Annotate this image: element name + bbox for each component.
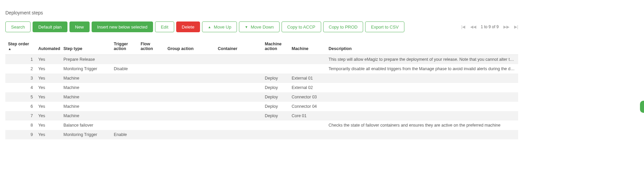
- page-next-icon[interactable]: ▶▶: [503, 25, 509, 29]
- table-row[interactable]: 6YesMachineDeployConnector 04: [5, 102, 518, 111]
- cell-description: [326, 83, 518, 92]
- table-row[interactable]: 9YesMonitoring TriggerEnable: [5, 130, 518, 139]
- cell-trigger_action: [111, 74, 138, 83]
- cell-machine: [289, 130, 326, 139]
- table-row[interactable]: 4YesMachineDeployExternal 02: [5, 83, 518, 92]
- cell-step_order: 2: [5, 64, 36, 74]
- col-machine-action[interactable]: Machine action: [262, 39, 289, 55]
- move-up-label: Move Up: [214, 25, 231, 30]
- cell-automated: Yes: [36, 83, 61, 92]
- cell-machine_action: [262, 130, 289, 139]
- cell-group_action: [165, 121, 215, 130]
- col-group-action[interactable]: Group action: [165, 39, 215, 55]
- cell-flow_action: [138, 102, 165, 111]
- table-row[interactable]: 7YesMachineDeployCore 01: [5, 111, 518, 121]
- col-automated[interactable]: Automated: [36, 39, 61, 55]
- delete-button[interactable]: Delete: [176, 21, 200, 32]
- pager: |◀ ◀◀ 1 to 9 of 9 ▶▶ ▶|: [461, 25, 518, 29]
- new-button[interactable]: New: [69, 21, 90, 32]
- col-container[interactable]: Container: [215, 39, 262, 55]
- cell-machine_action: Deploy: [262, 102, 289, 111]
- cell-flow_action: [138, 83, 165, 92]
- cell-automated: Yes: [36, 74, 61, 83]
- page-last-icon[interactable]: ▶|: [514, 25, 518, 29]
- table-row[interactable]: 8YesBalance failoverChecks the state of …: [5, 121, 518, 130]
- move-down-button[interactable]: ▼ Move Down: [239, 21, 280, 32]
- cell-step_type: Machine: [61, 92, 111, 102]
- cell-trigger_action: [111, 102, 138, 111]
- cell-flow_action: [138, 111, 165, 121]
- cell-machine: Connector 03: [289, 92, 326, 102]
- cell-machine_action: [262, 121, 289, 130]
- move-down-label: Move Down: [251, 25, 274, 30]
- cell-flow_action: [138, 130, 165, 139]
- cell-step_type: Prepare Release: [61, 55, 111, 64]
- cell-container: [215, 121, 262, 130]
- cell-group_action: [165, 83, 215, 92]
- col-machine[interactable]: Machine: [289, 39, 326, 55]
- cell-group_action: [165, 130, 215, 139]
- cell-description: [326, 74, 518, 83]
- col-step-order[interactable]: Step order: [5, 39, 36, 55]
- cell-description: [326, 111, 518, 121]
- edit-button[interactable]: Edit: [155, 21, 174, 32]
- col-flow-action[interactable]: Flow action: [138, 39, 165, 55]
- cell-group_action: [165, 111, 215, 121]
- table-row[interactable]: 5YesMachineDeployConnector 03: [5, 92, 518, 102]
- side-handle-icon[interactable]: [640, 101, 644, 113]
- col-step-type[interactable]: Step type: [61, 39, 111, 55]
- cell-trigger_action: [111, 121, 138, 130]
- copy-accp-button[interactable]: Copy to ACCP: [282, 21, 321, 32]
- cell-description: This step will allow eMagiz to prepare t…: [326, 55, 518, 64]
- search-button[interactable]: Search: [5, 21, 31, 32]
- move-up-button[interactable]: ▲ Move Up: [202, 21, 237, 32]
- cell-machine: [289, 55, 326, 64]
- cell-flow_action: [138, 92, 165, 102]
- cell-step_type: Balance failover: [61, 121, 111, 130]
- cell-step_type: Monitoring Trigger: [61, 64, 111, 74]
- cell-trigger_action: Enable: [111, 130, 138, 139]
- cell-step_order: 3: [5, 74, 36, 83]
- cell-automated: Yes: [36, 64, 61, 74]
- cell-machine_action: Deploy: [262, 92, 289, 102]
- export-csv-button[interactable]: Export to CSV: [365, 21, 404, 32]
- cell-flow_action: [138, 121, 165, 130]
- default-plan-button[interactable]: Default plan: [33, 21, 67, 32]
- cell-description: [326, 102, 518, 111]
- cell-automated: Yes: [36, 55, 61, 64]
- cell-machine: [289, 121, 326, 130]
- cell-description: [326, 130, 518, 139]
- cell-step_type: Machine: [61, 102, 111, 111]
- cell-flow_action: [138, 55, 165, 64]
- cell-step_type: Machine: [61, 83, 111, 92]
- toolbar: Search Default plan New Insert new below…: [5, 21, 518, 32]
- steps-table: Step order Automated Step type Trigger a…: [5, 39, 518, 139]
- table-row[interactable]: 2YesMonitoring TriggerDisableTemporarily…: [5, 64, 518, 74]
- copy-prod-button[interactable]: Copy to PROD: [323, 21, 363, 32]
- cell-description: Temporarily disable all enabled triggers…: [326, 64, 518, 74]
- cell-trigger_action: Disable: [111, 64, 138, 74]
- cell-machine: Core 01: [289, 111, 326, 121]
- cell-group_action: [165, 74, 215, 83]
- insert-below-button[interactable]: Insert new below selected: [92, 21, 153, 32]
- cell-step_order: 8: [5, 121, 36, 130]
- cell-trigger_action: [111, 55, 138, 64]
- chevron-up-icon: ▲: [208, 25, 211, 29]
- table-row[interactable]: 3YesMachineDeployExternal 01: [5, 74, 518, 83]
- cell-step_order: 1: [5, 55, 36, 64]
- cell-step_type: Monitoring Trigger: [61, 130, 111, 139]
- cell-step_type: Machine: [61, 111, 111, 121]
- chevron-down-icon: ▼: [245, 25, 248, 29]
- cell-container: [215, 64, 262, 74]
- cell-automated: Yes: [36, 102, 61, 111]
- cell-step_order: 4: [5, 83, 36, 92]
- col-description[interactable]: Description: [326, 39, 518, 55]
- cell-step_order: 7: [5, 111, 36, 121]
- cell-trigger_action: [111, 83, 138, 92]
- page-prev-icon[interactable]: ◀◀: [470, 25, 476, 29]
- page-first-icon[interactable]: |◀: [461, 25, 465, 29]
- col-trigger-action[interactable]: Trigger action: [111, 39, 138, 55]
- table-row[interactable]: 1YesPrepare ReleaseThis step will allow …: [5, 55, 518, 64]
- cell-step_order: 5: [5, 92, 36, 102]
- cell-description: Checks the state of failover containers …: [326, 121, 518, 130]
